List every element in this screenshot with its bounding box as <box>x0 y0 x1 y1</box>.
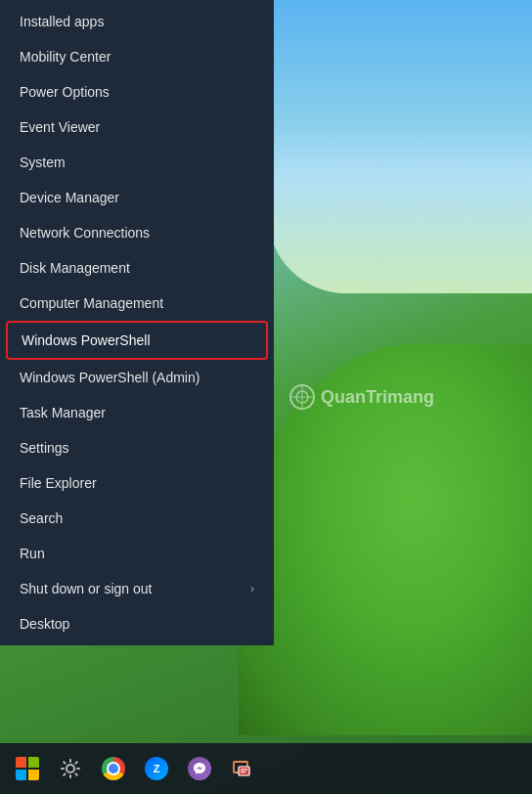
menu-item-windows-powershell[interactable]: Windows PowerShell <box>6 321 268 360</box>
svg-rect-6 <box>239 767 249 775</box>
viber-taskbar-button[interactable] <box>180 749 219 788</box>
taskbar: Z <box>0 743 532 794</box>
chevron-right-icon: › <box>250 582 254 596</box>
menu-item-settings[interactable]: Settings <box>0 430 274 465</box>
menu-item-label-search: Search <box>20 510 63 526</box>
menu-item-label-desktop: Desktop <box>20 616 69 632</box>
menu-item-run[interactable]: Run <box>0 536 274 571</box>
zalo-taskbar-button[interactable]: Z <box>137 749 176 788</box>
menu-item-disk-management[interactable]: Disk Management <box>0 250 274 286</box>
chrome-icon <box>102 757 125 780</box>
chrome-taskbar-button[interactable] <box>94 749 133 788</box>
menu-item-label-installed-apps: Installed apps <box>20 14 104 29</box>
menu-item-network-connections[interactable]: Network Connections <box>0 215 274 250</box>
menu-item-label-windows-powershell: Windows PowerShell <box>22 332 151 348</box>
menu-item-label-device-manager: Device Manager <box>20 190 119 205</box>
menu-item-windows-powershell-admin[interactable]: Windows PowerShell (Admin) <box>0 360 274 395</box>
watermark: QuanTrimang <box>288 383 434 411</box>
menu-item-label-settings: Settings <box>20 440 69 456</box>
menu-item-device-manager[interactable]: Device Manager <box>0 180 274 215</box>
menu-item-file-explorer[interactable]: File Explorer <box>0 465 274 501</box>
menu-item-shut-down[interactable]: Shut down or sign out› <box>0 571 274 606</box>
menu-item-label-file-explorer: File Explorer <box>20 475 97 491</box>
gear-icon <box>60 758 81 779</box>
zalo-icon: Z <box>145 757 168 780</box>
menu-item-mobility-center[interactable]: Mobility Center <box>0 39 274 74</box>
menu-item-label-computer-management: Computer Management <box>20 295 163 311</box>
sky-background <box>268 0 532 293</box>
menu-item-label-mobility-center: Mobility Center <box>20 49 111 65</box>
menu-item-label-event-viewer: Event Viewer <box>20 119 100 135</box>
menu-item-computer-management[interactable]: Computer Management <box>0 286 274 321</box>
menu-item-label-windows-powershell-admin: Windows PowerShell (Admin) <box>20 370 200 385</box>
menu-item-system[interactable]: System <box>0 145 274 180</box>
menu-item-label-task-manager: Task Manager <box>20 405 106 420</box>
menu-item-power-options[interactable]: Power Options <box>0 74 274 110</box>
menu-item-event-viewer[interactable]: Event Viewer <box>0 110 274 145</box>
menu-item-label-network-connections: Network Connections <box>20 225 150 241</box>
snip-icon <box>231 757 254 780</box>
viber-icon <box>188 757 211 780</box>
menu-item-task-manager[interactable]: Task Manager <box>0 395 274 430</box>
svg-point-4 <box>66 765 74 772</box>
menu-item-label-power-options: Power Options <box>20 84 110 100</box>
menu-item-label-disk-management: Disk Management <box>20 260 130 276</box>
menu-item-installed-apps[interactable]: Installed apps <box>0 4 274 39</box>
start-button[interactable] <box>8 749 47 788</box>
menu-item-label-run: Run <box>20 546 45 561</box>
menu-item-desktop[interactable]: Desktop <box>0 606 274 641</box>
menu-item-label-shut-down: Shut down or sign out <box>20 581 152 596</box>
menu-item-search[interactable]: Search <box>0 501 274 536</box>
settings-taskbar-button[interactable] <box>51 749 90 788</box>
menu-item-label-system: System <box>20 154 66 170</box>
snip-taskbar-button[interactable] <box>223 749 262 788</box>
windows-logo-icon <box>16 757 39 780</box>
context-menu: Installed appsMobility CenterPower Optio… <box>0 0 274 645</box>
